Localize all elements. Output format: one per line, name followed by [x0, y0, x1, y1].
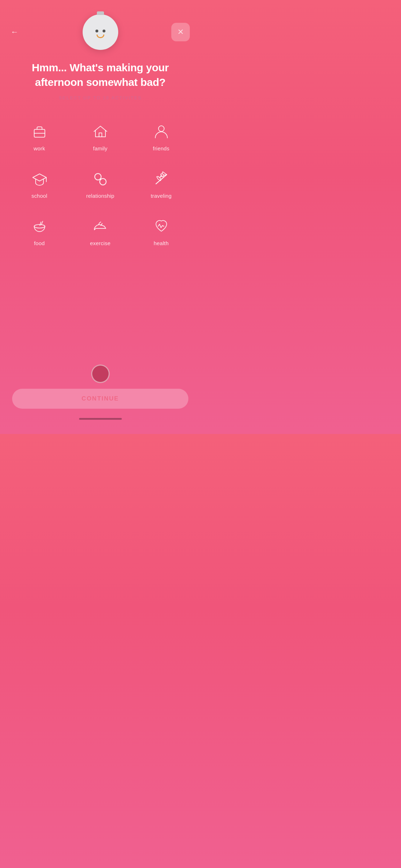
- heart-pulse-icon: [152, 217, 171, 236]
- activity-label-health: health: [153, 240, 168, 246]
- activity-item-work[interactable]: work: [11, 114, 68, 158]
- plane-icon: [152, 170, 171, 188]
- activity-label-relationship: relationship: [86, 193, 114, 199]
- avatar-antenna: [97, 11, 104, 15]
- home-icon: [91, 123, 110, 141]
- activity-label-friends: friends: [153, 145, 169, 151]
- activity-label-exercise: exercise: [90, 240, 110, 246]
- svg-point-3: [158, 126, 164, 131]
- continue-button[interactable]: CONTINUE: [12, 389, 188, 409]
- activity-item-traveling[interactable]: traveling: [132, 161, 190, 205]
- activity-label-work: work: [33, 145, 45, 151]
- activity-label-food: food: [34, 240, 45, 246]
- svg-line-11: [41, 221, 43, 225]
- back-button[interactable]: ←: [11, 27, 19, 37]
- avatar-eye-right: [103, 30, 105, 32]
- shoe-icon: [91, 217, 110, 236]
- person-icon: [152, 123, 171, 141]
- activity-item-family[interactable]: family: [72, 114, 129, 158]
- briefcase-icon: [30, 123, 49, 141]
- close-button[interactable]: ✕: [171, 23, 190, 41]
- graduation-icon: [30, 170, 49, 188]
- avatar-eye-left: [95, 30, 98, 32]
- avatar-mouth: [97, 35, 104, 38]
- activity-item-food[interactable]: food: [11, 209, 68, 253]
- svg-marker-4: [33, 174, 46, 181]
- svg-line-10: [40, 222, 41, 226]
- bottom-section: CONTINUE: [0, 253, 200, 434]
- subtitle: SELECT UP TO 10 ACTIVITES: [14, 95, 186, 100]
- progress-dot: [91, 365, 110, 383]
- header: ← ✕: [0, 0, 200, 53]
- title-section: Hmm... What's making your afternoon some…: [0, 53, 200, 103]
- svg-point-9: [34, 224, 45, 228]
- activity-label-traveling: traveling: [151, 193, 172, 199]
- activity-label-school: school: [31, 193, 47, 199]
- activities-grid: work family friends: [0, 103, 200, 253]
- links-icon: [91, 170, 110, 188]
- avatar: [83, 14, 118, 50]
- svg-line-8: [100, 179, 101, 180]
- home-indicator: [79, 418, 122, 420]
- bowl-icon: [30, 217, 49, 236]
- activity-item-health[interactable]: health: [132, 209, 190, 253]
- activity-item-school[interactable]: school: [11, 161, 68, 205]
- activity-label-family: family: [93, 145, 107, 151]
- activity-item-friends[interactable]: friends: [132, 114, 190, 158]
- activity-item-exercise[interactable]: exercise: [72, 209, 129, 253]
- avatar-face: [95, 26, 105, 38]
- avatar-eyes: [95, 30, 105, 32]
- page-title: Hmm... What's making your afternoon some…: [14, 61, 186, 89]
- activity-item-relationship[interactable]: relationship: [72, 161, 129, 205]
